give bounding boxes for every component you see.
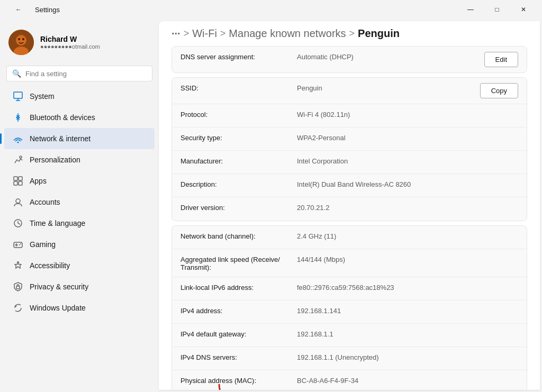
nav-label-bluetooth: Bluetooth & devices [30, 113, 95, 122]
network-stats-section: Network band (channel): 2.4 GHz (11) Agg… [171, 225, 527, 390]
nav-item-bluetooth[interactable]: Bluetooth & devices [4, 107, 155, 128]
breadcrumb-wifi[interactable]: Wi-Fi [192, 28, 217, 40]
maximize-button[interactable]: □ [485, 2, 509, 17]
dns-edit-button[interactable]: Edit [484, 52, 518, 67]
driver-label: Driver version: [180, 203, 297, 212]
nav-item-gaming[interactable]: Gaming [4, 234, 155, 255]
nav-item-system[interactable]: System [4, 86, 155, 107]
dns-section: DNS server assignment: Automatic (DHCP) … [171, 46, 527, 73]
ipv6-value: fe80::2976:ca59:7568:ac18%23 [297, 282, 518, 291]
nav-label-time: Time & language [30, 219, 85, 227]
svg-rect-11 [14, 177, 17, 180]
dns-label: DNS server assignment: [180, 52, 297, 61]
nav-item-network[interactable]: Network & internet [4, 128, 155, 149]
user-email: ●●●●●●●●●otmail.com [40, 43, 100, 50]
svg-point-1 [16, 35, 26, 45]
ssid-action: Copy [480, 83, 518, 98]
band-label: Network band (channel): [180, 231, 297, 240]
gateway-value: 192.168.1.1 [297, 329, 518, 338]
gateway-row: IPv4 default gateway: 192.168.1.1 [172, 324, 527, 347]
gaming-icon [13, 239, 23, 250]
nav-label-personalization: Personalization [30, 156, 80, 164]
ipv6-row: Link-local IPv6 address: fe80::2976:ca59… [172, 277, 527, 300]
accounts-icon [13, 197, 23, 207]
svg-point-9 [17, 142, 19, 143]
time-icon [13, 218, 23, 229]
user-profile[interactable]: Richard W ●●●●●●●●●otmail.com [0, 23, 159, 63]
dns-servers-value: 192.168.1.1 (Unencrypted) [297, 352, 518, 361]
close-button[interactable]: ✕ [511, 2, 536, 17]
search-input[interactable] [25, 70, 147, 78]
nav-item-time[interactable]: Time & language [4, 213, 155, 234]
ssid-copy-button[interactable]: Copy [480, 83, 518, 98]
gateway-label: IPv4 default gateway: [180, 329, 297, 338]
window-controls: — □ ✕ [458, 2, 536, 17]
svg-point-4 [22, 38, 24, 40]
nav-item-update[interactable]: Windows Update [4, 297, 155, 318]
user-info: Richard W ●●●●●●●●●otmail.com [40, 35, 100, 50]
nav-label-network: Network & internet [30, 134, 91, 143]
manufacturer-label: Manufacturer: [180, 156, 297, 165]
window-title: Settings [35, 6, 60, 14]
privacy-icon [13, 281, 23, 292]
app-body: Richard W ●●●●●●●●●otmail.com 🔍 SystemBl… [0, 19, 542, 392]
apps-icon [13, 176, 23, 186]
sidebar: Richard W ●●●●●●●●●otmail.com 🔍 SystemBl… [0, 19, 159, 392]
breadcrumb-sep3: > [349, 28, 355, 39]
security-value: WPA2-Personal [297, 133, 518, 142]
back-button[interactable]: ← [6, 2, 31, 17]
nav-label-privacy: Privacy & security [30, 282, 88, 291]
minimize-button[interactable]: — [458, 2, 483, 17]
nav-item-privacy[interactable]: Privacy & security [4, 276, 155, 297]
link-speed-value: 144/144 (Mbps) [297, 254, 518, 263]
network-details-section: SSID: Penguin Copy Protocol: Wi-Fi 4 (80… [171, 77, 527, 221]
nav-item-accessibility[interactable]: Accessibility [4, 255, 155, 276]
ipv4-row: IPv4 address: 192.168.1.141 [172, 300, 527, 324]
update-icon [13, 303, 23, 313]
avatar-image [8, 30, 34, 55]
main-content: ··· > Wi-Fi > Manage known networks > Pe… [159, 21, 540, 390]
dns-servers-row: IPv4 DNS servers: 192.168.1.1 (Unencrypt… [172, 347, 527, 370]
description-row: Description: Intel(R) Dual Band Wireless… [172, 174, 527, 197]
mac-value: BC-A8-A6-F4-9F-34 [297, 376, 518, 385]
ssid-label: SSID: [180, 83, 297, 92]
search-icon: 🔍 [12, 69, 21, 78]
breadcrumb-sep1: > [184, 28, 189, 39]
search-box[interactable]: 🔍 [6, 66, 152, 81]
bluetooth-icon [13, 112, 23, 123]
avatar-svg [8, 30, 34, 55]
content-area: DNS server assignment: Automatic (DHCP) … [159, 46, 540, 390]
description-label: Description: [180, 179, 297, 188]
breadcrumb: ··· > Wi-Fi > Manage known networks > Pe… [159, 21, 540, 46]
nav-label-system: System [30, 92, 55, 101]
manufacturer-value: Intel Corporation [297, 156, 518, 165]
mac-label: Physical address (MAC): [180, 376, 297, 385]
manufacturer-row: Manufacturer: Intel Corporation [172, 151, 527, 174]
link-speed-row: Aggregated link speed (Receive/ Transmit… [172, 249, 527, 277]
nav-label-apps: Apps [30, 177, 47, 185]
link-speed-label: Aggregated link speed (Receive/ Transmit… [180, 254, 297, 271]
svg-rect-14 [19, 181, 22, 185]
title-bar: ← Settings — □ ✕ [0, 0, 542, 19]
mac-row: Physical address (MAC): BC-A8-A6-F4-9F-3… [172, 370, 527, 390]
nav-item-accounts[interactable]: Accounts [4, 192, 155, 213]
ipv6-label: Link-local IPv6 address: [180, 282, 297, 291]
system-icon [13, 91, 23, 102]
breadcrumb-dots: ··· [171, 28, 180, 40]
protocol-row: Protocol: Wi-Fi 4 (802.11n) [172, 104, 527, 127]
svg-rect-25 [16, 286, 20, 289]
breadcrumb-manage[interactable]: Manage known networks [229, 28, 346, 40]
svg-point-23 [20, 243, 21, 244]
dns-action: Edit [484, 52, 518, 67]
avatar [8, 30, 34, 55]
nav-label-accessibility: Accessibility [30, 261, 70, 270]
nav-label-accounts: Accounts [30, 198, 60, 206]
dns-row: DNS server assignment: Automatic (DHCP) … [172, 47, 527, 72]
network-icon [13, 133, 23, 144]
nav-item-personalization[interactable]: Personalization [4, 149, 155, 170]
nav-item-apps[interactable]: Apps [4, 170, 155, 192]
dns-servers-label: IPv4 DNS servers: [180, 352, 297, 361]
svg-point-24 [17, 261, 19, 263]
dns-value: Automatic (DHCP) [297, 52, 484, 61]
svg-rect-12 [19, 177, 22, 180]
